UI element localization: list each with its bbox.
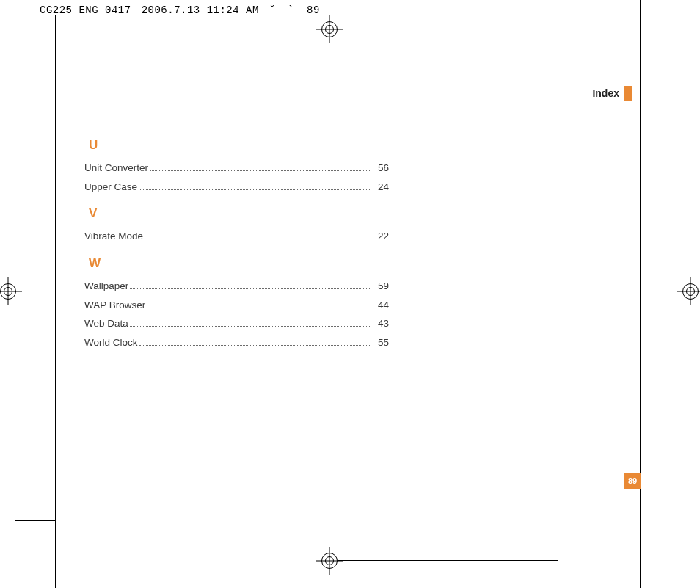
- running-header-accent: [624, 86, 632, 101]
- index-entry-page: 56: [373, 159, 389, 178]
- crop-mark-top-left-h: [23, 15, 40, 15]
- crop-mark-bottom-left-h: [15, 520, 55, 521]
- index-entry: Web Data 43: [84, 314, 389, 333]
- leader-dots: [150, 165, 370, 171]
- page-frame-right: [640, 0, 641, 588]
- index-entry-page: 44: [373, 296, 389, 315]
- registration-target-left: [0, 283, 16, 300]
- index-entry-page: 24: [373, 178, 389, 197]
- index-entry-page: 43: [373, 314, 389, 333]
- leader-dots: [130, 321, 370, 327]
- index-entry-term: Vibrate Mode: [84, 227, 143, 246]
- index-entry-page: 59: [373, 277, 389, 296]
- page-frame-left: [55, 15, 56, 588]
- index-entry: Vibrate Mode 22: [84, 227, 389, 246]
- index-entry: Unit Converter 56: [84, 159, 389, 178]
- index-entry-term: Web Data: [84, 314, 128, 333]
- crop-mark-left-h: [16, 291, 55, 291]
- leader-dots: [145, 233, 370, 239]
- leader-dots: [130, 283, 370, 289]
- index-entry-term: WAP Browser: [84, 296, 145, 315]
- index-entry: WAP Browser 44: [84, 296, 389, 315]
- registration-target-bottom: [321, 553, 338, 569]
- crop-mark-bottom-left-v: [55, 520, 56, 561]
- registration-target-right: [682, 283, 699, 300]
- registration-target-top: [321, 21, 338, 37]
- index-entry: Wallpaper 59: [84, 277, 389, 296]
- index-entry-page: 22: [373, 227, 389, 246]
- running-header: Index: [592, 86, 632, 101]
- index-entry: Upper Case 24: [84, 178, 389, 197]
- leader-dots: [147, 302, 370, 308]
- index-entry: World Clock 55: [84, 333, 389, 352]
- index-content: U Unit Converter 56 Upper Case 24 V Vibr…: [84, 138, 389, 352]
- index-entry-page: 55: [373, 333, 389, 352]
- index-entry-term: World Clock: [84, 333, 138, 352]
- running-header-label: Index: [592, 87, 619, 99]
- imprint-rule: [40, 15, 315, 15]
- crop-mark-bottom-center-h: [338, 560, 558, 561]
- index-entry-term: Wallpaper: [84, 277, 128, 296]
- leader-dots: [139, 340, 370, 346]
- index-section-letter-v: V: [89, 206, 389, 221]
- crop-mark-right-h: [640, 291, 682, 291]
- page-number-badge: 89: [624, 473, 641, 489]
- index-entry-term: Upper Case: [84, 178, 137, 197]
- index-entry-term: Unit Converter: [84, 159, 148, 178]
- index-section-letter-u: U: [89, 138, 389, 153]
- leader-dots: [139, 184, 370, 190]
- index-section-letter-w: W: [89, 256, 389, 271]
